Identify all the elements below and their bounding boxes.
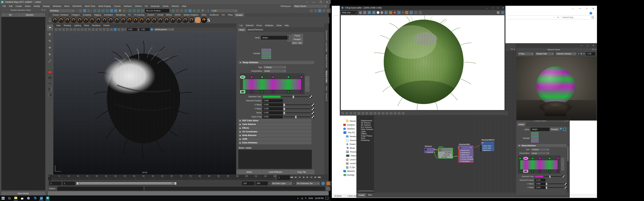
range-bar[interactable]: 1 120 <box>76 182 177 185</box>
viewport-toolbar-icon[interactable] <box>55 28 58 31</box>
ornatrix-hair-tool-icon[interactable] <box>64 17 70 23</box>
node-out-port[interactable] <box>472 147 474 148</box>
viewport-menu-item[interactable]: View <box>55 24 62 27</box>
mv-maximize-icon[interactable]: □ <box>587 44 588 47</box>
ramp-stop-box[interactable] <box>287 90 290 93</box>
explorer-maximize-icon[interactable]: □ <box>586 7 587 10</box>
paint-select-tool[interactable]: ✎ <box>47 38 52 44</box>
vfb-restore-icon[interactable]: ↔ <box>486 7 488 9</box>
viewport-toolbar-icon[interactable] <box>84 28 87 31</box>
ramp-stop-circle[interactable] <box>548 157 551 160</box>
status-expand-icon[interactable]: ⟩ <box>76 9 76 12</box>
node-port-row[interactable]: ⊞Transparency <box>458 152 473 154</box>
playback-end-field[interactable]: 120 <box>242 182 254 185</box>
pause-icon[interactable]: ‖ <box>201 9 204 12</box>
ornatrix-stripes-icon[interactable] <box>195 17 200 23</box>
animation-end-field[interactable]: 200 <box>256 182 268 185</box>
vfb-correction-icon[interactable] <box>390 112 392 115</box>
save-image-icon[interactable] <box>384 11 388 14</box>
status-expand-icon[interactable]: ⟩ <box>170 9 171 12</box>
vfb-close-icon[interactable]: ✕ <box>502 7 504 9</box>
map-texture-button[interactable] <box>564 183 567 185</box>
operators-list[interactable] <box>1 17 45 190</box>
ramp-stop-circle[interactable] <box>287 76 290 79</box>
layout-outliner-button[interactable] <box>48 93 52 96</box>
photos-taskbar-icon[interactable] <box>39 196 43 201</box>
collapsed-section-header[interactable]: ▶Color Balance <box>238 123 312 126</box>
map-texture-button[interactable] <box>562 175 565 178</box>
pixel-info-icon[interactable]: ✛ <box>402 11 404 14</box>
pe-interpolation-select[interactable]: Linear <box>531 152 550 155</box>
gamma-icon[interactable]: ◐ <box>138 28 139 31</box>
anim-layer-dropdown-icon[interactable]: ▾ <box>269 183 270 185</box>
ramp-stop-box[interactable] <box>240 90 245 93</box>
ornatrix-hair-tool-icon[interactable] <box>96 17 101 23</box>
shelf-tab[interactable]: Animation <box>102 13 114 17</box>
vfb-correction-icon[interactable] <box>353 112 356 115</box>
pe-connection-icon[interactable] <box>563 128 566 131</box>
vfb-correction-icon[interactable] <box>366 112 368 115</box>
ornatrix-hair-tool-icon[interactable] <box>126 17 132 23</box>
port-dot[interactable] <box>458 159 459 160</box>
shelf-tab[interactable]: FX Caching <box>132 13 146 17</box>
node-vrayhair3mtl[interactable]: VRayHair3Mtl1 Ⓑ ≡ ⊞Overall Color ⊞Transp… <box>458 146 474 163</box>
vfb-maximize-icon[interactable]: □ <box>498 7 498 9</box>
red-swatch-icon[interactable] <box>48 71 52 74</box>
hypershade-tab[interactable]: Create <box>357 193 366 197</box>
pe-ramp-name-field[interactable]: ramp1 <box>531 128 551 131</box>
playback-button[interactable]: |◀ <box>294 175 297 179</box>
render-settings-icon[interactable] <box>184 9 188 12</box>
start-button[interactable] <box>1 196 5 200</box>
mv-minimize-icon[interactable]: — <box>580 44 582 47</box>
vfb-correction-icon[interactable] <box>341 112 344 115</box>
lighting-icon[interactable] <box>121 28 124 31</box>
current-frame-field[interactable]: 1 <box>278 175 290 180</box>
port-dot[interactable] <box>434 152 435 153</box>
map-texture-button[interactable] <box>312 116 314 118</box>
select-object-icon[interactable] <box>83 9 86 12</box>
map-texture-button[interactable] <box>312 112 314 114</box>
render-last-teapot-icon[interactable] <box>405 11 408 14</box>
ramp-attributes-section[interactable]: ▼Ramp Attributes <box>238 61 314 64</box>
port-dot[interactable] <box>458 156 459 158</box>
shelf-tab[interactable]: XGen <box>200 13 208 17</box>
panel-drag-handle[interactable] <box>561 49 591 50</box>
move-tool[interactable]: ✛ <box>47 45 52 51</box>
sidebar-channelbox-icon[interactable] <box>326 9 330 12</box>
file-explorer-taskbar-icon[interactable] <box>14 196 18 201</box>
snap-surface-icon[interactable] <box>110 9 113 12</box>
ornatrix-help-icon[interactable]: ? <box>201 17 207 23</box>
search-icon[interactable] <box>591 16 594 19</box>
make-live-icon[interactable] <box>114 9 118 12</box>
ornatrix-hair-tool-icon[interactable] <box>170 17 176 23</box>
snap-curve-icon[interactable] <box>97 9 100 12</box>
shelf-tab[interactable]: Custom <box>146 13 156 17</box>
mv-render-icon[interactable]: ⟳ <box>583 53 585 55</box>
collapsed-section-header[interactable]: ▶Extra Attributes <box>238 141 312 144</box>
value-field[interactable]: 0.155 <box>535 179 546 182</box>
render-teapot-icon[interactable] <box>501 11 504 14</box>
viewport-menu-item[interactable]: Renderer <box>90 24 102 27</box>
ornatrix-hair-tool-icon[interactable] <box>77 17 83 23</box>
menu-item[interactable]: Mesh <box>63 5 71 7</box>
load-image-icon[interactable] <box>389 11 392 14</box>
curve-icon[interactable] <box>137 9 140 12</box>
viewport-toolbar-icon[interactable] <box>77 28 80 31</box>
ae-action-button[interactable]: Load Attributes <box>262 170 288 174</box>
hypershade-icon[interactable] <box>188 9 192 12</box>
viewport-toolbar-icon[interactable] <box>99 28 102 31</box>
lens-effects-icon[interactable] <box>418 11 422 14</box>
map-texture-button[interactable] <box>564 187 567 189</box>
create-category[interactable]: Image Planes <box>361 135 374 137</box>
status-expand-icon[interactable]: ⟩ <box>92 9 92 12</box>
ramp-gradient-bar[interactable] <box>243 79 301 90</box>
pe-ramp-expand-button[interactable]: › <box>561 158 564 171</box>
node-port-row[interactable]: Out Alpha <box>438 152 453 154</box>
snap-plane-icon[interactable] <box>106 9 109 12</box>
auto-keyframe-icon[interactable] <box>321 182 325 185</box>
colorspace-select[interactable]: sRGB gamma <box>154 28 174 31</box>
vfb-correction-icon[interactable] <box>370 112 372 115</box>
chrome-taskbar-icon[interactable] <box>26 196 30 200</box>
playback-start-field[interactable]: 1 <box>63 182 75 185</box>
shelf-tab[interactable]: VRay <box>226 13 234 17</box>
